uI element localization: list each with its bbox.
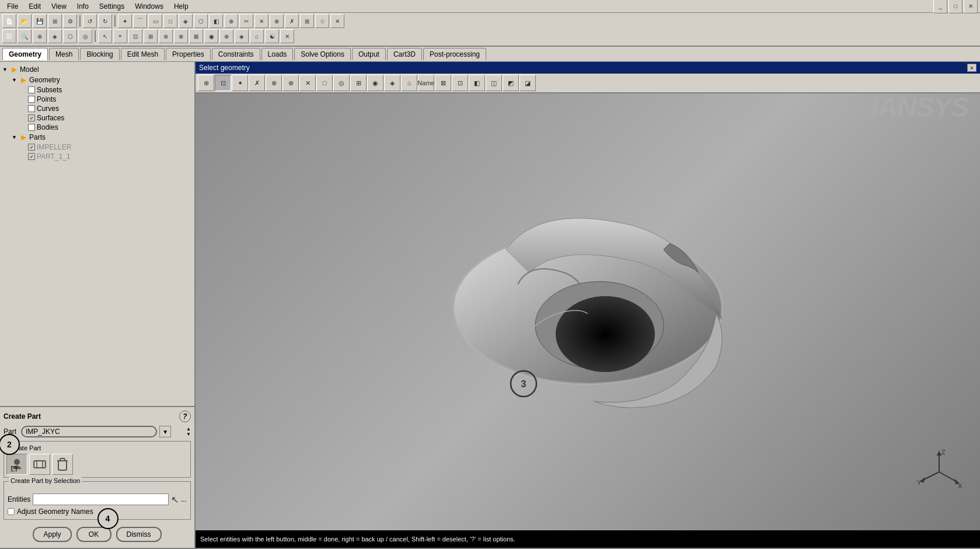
menu-windows[interactable]: Windows <box>130 1 168 12</box>
view2[interactable]: 🔍 <box>18 29 32 43</box>
tab-mesh[interactable]: Mesh <box>49 48 79 60</box>
entities-input[interactable] <box>33 494 169 505</box>
menu-edit[interactable]: Edit <box>24 1 46 12</box>
sel9[interactable]: ⊕ <box>219 29 233 43</box>
point-btn[interactable]: ✦ <box>118 14 132 28</box>
save-btn[interactable]: 💾 <box>33 14 47 28</box>
sel1[interactable]: ↖ <box>98 29 112 43</box>
create-from-selection-btn[interactable] <box>6 454 27 475</box>
tree-part11[interactable]: ▶ ✓ PART_1_1 <box>21 152 192 161</box>
tool15[interactable]: ✕ <box>330 14 344 28</box>
sel8[interactable]: ◉ <box>204 29 218 43</box>
tool6[interactable]: ⬡ <box>194 14 208 28</box>
tab-post-processing[interactable]: Post-processing <box>423 48 486 60</box>
sel5[interactable]: ⊛ <box>159 29 173 43</box>
tree-subsets[interactable]: ▶ Subsets <box>21 85 192 95</box>
sel2[interactable]: ⌖ <box>113 29 127 43</box>
tree-geometry[interactable]: ▼ ▶ Geometry <box>12 75 192 85</box>
checkbox-subsets[interactable] <box>28 86 35 93</box>
open-btn[interactable]: 📂 <box>18 14 32 28</box>
sel3[interactable]: ⊡ <box>128 29 142 43</box>
menu-file[interactable]: File <box>2 1 23 12</box>
tree-impeller[interactable]: ▶ ✓ IMPELLER <box>21 143 192 152</box>
apply-button[interactable]: Apply <box>33 527 71 542</box>
sel6[interactable]: ⊗ <box>174 29 188 43</box>
minimize-button[interactable]: _ <box>933 0 947 13</box>
body-btn[interactable]: □ <box>163 14 177 28</box>
tab-edit-mesh[interactable]: Edit Mesh <box>121 48 165 60</box>
scroll-up-part[interactable]: ▲ <box>186 426 191 432</box>
dismiss-button[interactable]: Dismiss <box>116 527 162 542</box>
delete-part-btn[interactable] <box>52 454 73 475</box>
settings-btn[interactable]: ⚙ <box>63 14 77 28</box>
tree-model[interactable]: ▼ ▶ Model <box>2 64 192 75</box>
tab-solve-options[interactable]: Solve Options <box>294 48 351 60</box>
checkbox-surfaces[interactable]: ✓ <box>28 114 35 121</box>
tree-expand-model[interactable]: ▼ <box>2 67 9 72</box>
selection-group-title: Create Part by Selection <box>9 477 82 484</box>
curve-btn[interactable]: ⌒ <box>133 14 147 28</box>
part-input[interactable] <box>26 428 152 436</box>
part-dropdown[interactable]: ▼ <box>159 426 171 437</box>
menu-info[interactable]: Info <box>72 1 93 12</box>
menu-settings[interactable]: Settings <box>95 1 129 12</box>
tool9[interactable]: ✂ <box>239 14 253 28</box>
tree-surfaces[interactable]: ▶ ✓ Surfaces <box>21 113 192 123</box>
tool8[interactable]: ⊕ <box>224 14 238 28</box>
tab-cart3d[interactable]: Cart3D <box>387 48 422 60</box>
new-btn[interactable]: 📄 <box>2 14 16 28</box>
undo-btn[interactable]: ↺ <box>83 14 97 28</box>
more-options-btn[interactable]: ... <box>181 495 187 503</box>
surface-btn[interactable]: ▭ <box>148 14 162 28</box>
view3[interactable]: ⊕ <box>33 29 47 43</box>
tool12[interactable]: ✗ <box>285 14 299 28</box>
sel4[interactable]: ⊞ <box>144 29 158 43</box>
checkbox-impeller[interactable]: ✓ <box>28 144 35 151</box>
view6[interactable]: ◎ <box>78 29 92 43</box>
tool11[interactable]: ⊗ <box>270 14 284 28</box>
menu-view[interactable]: View <box>47 1 71 12</box>
scroll-down-part[interactable]: ▼ <box>186 432 191 437</box>
tool5[interactable]: ◈ <box>179 14 193 28</box>
checkbox-points[interactable] <box>28 96 35 103</box>
sel7[interactable]: ⊠ <box>189 29 203 43</box>
tab-blocking[interactable]: Blocking <box>80 48 119 60</box>
checkbox-curves[interactable] <box>28 105 35 112</box>
close-window-button[interactable]: ✕ <box>964 0 978 13</box>
adjust-geometry-checkbox[interactable] <box>8 508 15 515</box>
tree-parts[interactable]: ▼ ▶ Parts <box>12 132 192 143</box>
tab-properties[interactable]: Properties <box>166 48 211 60</box>
menu-help[interactable]: Help <box>169 1 193 12</box>
checkbox-bodies[interactable] <box>28 124 35 131</box>
ok-button[interactable]: OK <box>76 527 111 542</box>
grid-btn[interactable]: ⊞ <box>48 14 62 28</box>
checkbox-part11[interactable]: ✓ <box>28 153 35 160</box>
view1[interactable]: ⬜ <box>2 29 16 43</box>
sel12[interactable]: ☯ <box>265 29 279 43</box>
tab-constraints[interactable]: Constraints <box>212 48 260 60</box>
tool10[interactable]: ✕ <box>254 14 268 28</box>
help-icon[interactable]: ? <box>179 411 191 422</box>
tool7[interactable]: ◧ <box>209 14 223 28</box>
tab-loads[interactable]: Loads <box>261 48 294 60</box>
maximize-button[interactable]: □ <box>948 0 962 13</box>
view4[interactable]: ◈ <box>48 29 62 43</box>
model-area[interactable]: IANSYS <box>196 62 980 530</box>
tool13[interactable]: ⊞ <box>300 14 314 28</box>
view5[interactable]: ⬡ <box>63 29 77 43</box>
tree-bodies[interactable]: ▶ Bodies <box>21 123 192 132</box>
sel11[interactable]: ⌂ <box>250 29 264 43</box>
sel10[interactable]: ◈ <box>235 29 249 43</box>
tree-curves[interactable]: ▶ Curves <box>21 104 192 113</box>
redo-btn[interactable]: ↻ <box>98 14 112 28</box>
sel13[interactable]: ✕ <box>280 29 294 43</box>
viewport[interactable]: Select geometry × ⊕ ⊡ ✦ ✗ ⊗ ⊗ ✕ □ ◎ ⊞ ◉ … <box>196 62 980 548</box>
tab-output[interactable]: Output <box>352 48 386 60</box>
tree-expand-parts[interactable]: ▼ <box>12 134 19 140</box>
impeller-model: 3 <box>413 156 763 436</box>
create-from-existing-btn[interactable] <box>29 454 50 475</box>
tool14[interactable]: ☆ <box>315 14 329 28</box>
tab-geometry[interactable]: Geometry <box>2 48 48 60</box>
tree-points[interactable]: ▶ Points <box>21 95 192 104</box>
tree-expand-geometry[interactable]: ▼ <box>12 77 19 83</box>
